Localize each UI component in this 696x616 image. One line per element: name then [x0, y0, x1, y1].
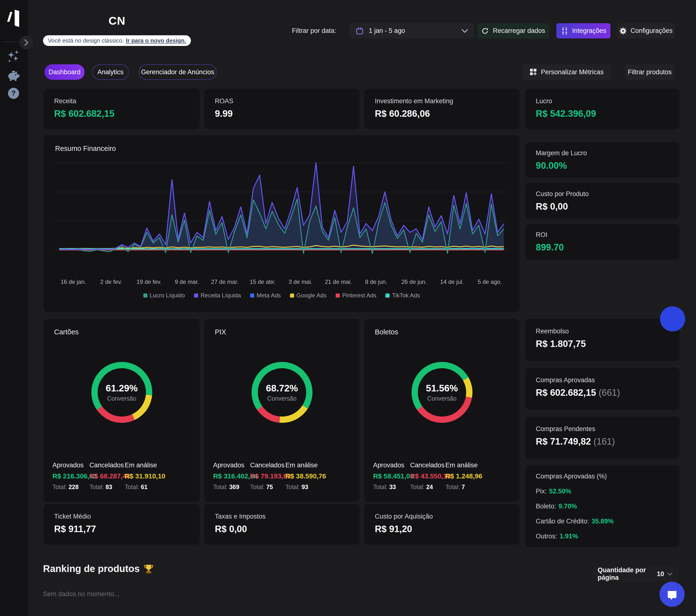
integrations-label: Integrações	[572, 27, 606, 34]
pct-row-value: 52.50%	[549, 488, 571, 495]
metric-card-ticket-medio: Ticket Médio R$ 911,77	[44, 504, 200, 545]
ranking-empty-text: Sem dados no momento...	[43, 590, 120, 598]
dashboard-page: ? CN Você está no design clássico. Ir pa…	[0, 0, 696, 616]
payment-card-title: Boletos	[375, 328, 398, 336]
payment-stat-cancelados: CanceladosR$ 68.287,45Total: 83	[90, 462, 128, 491]
legend-swatch	[143, 293, 147, 297]
page-size-select[interactable]: Quantidade por página10	[592, 566, 678, 582]
chat-button[interactable]	[660, 582, 685, 607]
pct-row-value: 35.89%	[591, 518, 614, 525]
conversion-rate-label: Conversão	[107, 395, 136, 402]
donut-center: 51.56%Conversão	[412, 362, 473, 423]
chart-legend: Lucro LíquidoReceita LíquidaMeta AdsGoog…	[44, 292, 520, 299]
metric-value: R$ 91,20	[375, 524, 412, 534]
tab-ads-manager[interactable]: Gerenciador de Anúncios	[139, 64, 217, 80]
legend-label: Meta Ads	[257, 292, 281, 299]
settings-label: Configurações	[631, 27, 673, 34]
legend-item[interactable]: Receita Líquida	[194, 292, 241, 299]
stat-value: R$ 316.402,84	[213, 473, 252, 480]
legend-swatch	[194, 293, 198, 297]
x-tick-label: 8 de jun.	[357, 278, 395, 285]
x-tick-label: 26 de jun.	[395, 278, 433, 285]
page-size-value: 10	[657, 570, 664, 578]
legend-label: Lucro Líquido	[150, 292, 185, 299]
metric-card-custo-produto: Custo por Produto R$ 0,00	[525, 183, 680, 219]
classic-design-banner: Você está no design clássico. Ir para o …	[43, 35, 191, 46]
payment-card-title: PIX	[215, 328, 226, 336]
settings-button[interactable]: Configurações	[617, 23, 675, 38]
integrations-icon	[560, 27, 569, 35]
metric-value: R$ 602.682,15	[54, 109, 114, 119]
x-tick-label: 15 de abr.	[243, 278, 282, 285]
x-tick-label: 5 de ago.	[471, 278, 509, 285]
stat-label: Em análise	[445, 462, 484, 469]
financial-summary-chart[interactable]	[54, 158, 509, 272]
sidebar-item-help[interactable]: ?	[7, 87, 20, 99]
payment-card-boletos: Boletos51.56%ConversãoAprovadosR$ 58.451…	[364, 319, 520, 502]
conversion-donut-chart: 51.56%Conversão	[412, 362, 473, 423]
ranking-title: Ranking de produtos	[43, 563, 154, 574]
reload-data-button[interactable]: Recarregar dados	[477, 23, 549, 38]
x-tick-label: 2 de fev.	[92, 278, 130, 285]
stat-total: Total: 75	[250, 483, 289, 491]
metric-label: Margem de Lucro	[536, 150, 587, 157]
sparkles-icon	[7, 50, 20, 63]
customize-metrics-button[interactable]: Personalizar Métricas	[522, 64, 611, 80]
pct-row-label: Boleto:	[536, 503, 556, 510]
tab-dashboard[interactable]: Dashboard	[45, 64, 84, 80]
sidebar-item-finance[interactable]	[7, 69, 20, 82]
help-icon: ?	[7, 87, 19, 99]
tab-analytics[interactable]: Analytics	[92, 64, 129, 80]
date-range-picker[interactable]: 1 jan - 5 ago	[349, 23, 474, 38]
legend-item[interactable]: TikTok Ads	[385, 292, 420, 299]
legend-label: Pinterest Ads	[342, 292, 376, 299]
date-range-value: 1 jan - 5 ago	[369, 27, 405, 34]
sidebar-item-ai[interactable]	[7, 50, 20, 63]
floating-action-button[interactable]	[660, 306, 685, 332]
chart-x-axis: 16 de jan.2 de fev.19 de fev.9 de mar.27…	[54, 278, 509, 285]
legend-swatch	[336, 293, 340, 297]
legend-item[interactable]: Lucro Líquido	[143, 292, 185, 299]
integrations-button[interactable]: Integrações	[556, 23, 611, 38]
payment-stat-cancelados: CanceladosR$ 79.193,69Total: 75	[250, 462, 289, 491]
metric-card-roas: ROAS 9.99	[204, 89, 360, 129]
legend-swatch	[250, 293, 254, 297]
conversion-rate-label: Conversão	[267, 395, 297, 402]
metric-card-marketing: Investimento em Marketing R$ 60.286,06	[364, 89, 520, 129]
filter-products-button[interactable]: Filtrar produtos	[625, 64, 675, 80]
legend-swatch	[385, 293, 390, 297]
new-design-link[interactable]: Ir para o novo design.	[126, 37, 186, 44]
x-tick-label: 21 de mai.	[319, 278, 358, 285]
piggy-bank-icon	[7, 69, 20, 82]
banner-text: Você está no design clássico.	[48, 37, 124, 44]
financial-summary-chart-card: Resumo Financeiro 16 de jan.2 de fev.19 …	[44, 135, 520, 312]
metric-count: (661)	[599, 387, 620, 398]
stat-value: R$ 216.306,63	[52, 473, 91, 480]
conversion-rate-value: 68.72%	[266, 383, 298, 394]
metric-value: R$ 60.286,06	[375, 109, 430, 119]
metric-label: Compras Aprovadas	[536, 376, 595, 384]
customize-grid-icon	[530, 68, 537, 76]
payment-stat-aprovados: AprovadosR$ 216.306,63Total: 228	[52, 462, 91, 491]
stat-value: R$ 68.287,45	[90, 473, 128, 480]
chevron-down-icon	[462, 29, 468, 33]
store-title: CN	[43, 14, 191, 27]
x-tick-label: 27 de mar.	[206, 278, 244, 285]
pct-row-value: 9.70%	[558, 503, 577, 510]
svg-text:?: ?	[11, 89, 16, 97]
metric-value: R$ 911,77	[54, 524, 96, 534]
legend-item[interactable]: Meta Ads	[250, 292, 281, 299]
metric-label: Compras Pendentes	[536, 425, 595, 433]
metric-value: R$ 542.396,09	[536, 109, 596, 119]
metric-card-roi: ROI 899.70	[525, 224, 680, 260]
legend-item[interactable]: Google Ads	[290, 292, 327, 299]
sidebar-collapse-button[interactable]	[19, 35, 33, 49]
conversion-donut-chart: 61.29%Conversão	[91, 362, 152, 423]
metric-count: (161)	[594, 436, 615, 447]
donut-center: 61.29%Conversão	[91, 362, 152, 423]
metric-value: R$ 71.749,82 (161)	[536, 436, 615, 447]
payment-stat-em-análise: Em análiseR$ 1.248,96Total: 7	[445, 462, 484, 491]
metric-value: R$ 0,00	[536, 201, 568, 212]
card-title: Compras Aprovadas (%)	[536, 473, 607, 480]
legend-item[interactable]: Pinterest Ads	[336, 292, 376, 299]
